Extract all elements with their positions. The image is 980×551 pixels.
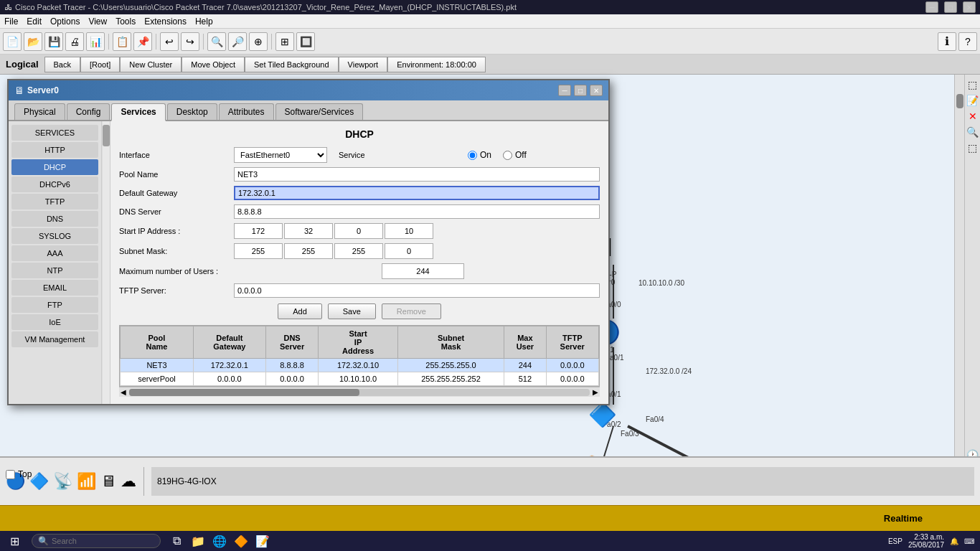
toolbar-custom2[interactable]: 🔲 xyxy=(296,32,315,51)
service-item-dhcp[interactable]: DHCP xyxy=(11,159,98,175)
toolbar-zoomin[interactable]: ⊕ xyxy=(249,32,268,51)
service-item-ftp[interactable]: FTP xyxy=(11,297,98,313)
service-item-dns[interactable]: DNS xyxy=(11,211,98,227)
taskbar-start-button[interactable]: ⊞ xyxy=(0,531,29,551)
tab-attributes[interactable]: Attributes xyxy=(219,103,274,120)
menu-edit[interactable]: Edit xyxy=(27,17,42,27)
toolbar-paste[interactable]: 📌 xyxy=(133,32,152,51)
logical-environment-button[interactable]: Environment: 18:00:00 xyxy=(387,57,486,72)
taskbar-app-word[interactable]: 📝 xyxy=(253,531,273,551)
resize-tool[interactable]: ⬚ xyxy=(967,142,979,154)
taskbar-notification[interactable]: 🔔 xyxy=(950,537,958,545)
menu-file[interactable]: File xyxy=(4,17,18,27)
toolbar-print[interactable]: 🖨 xyxy=(65,32,84,51)
start-ip-octet-2[interactable] xyxy=(284,223,333,239)
table-scroll-right[interactable]: ▶ xyxy=(593,388,598,396)
logical-set-tiled-bg-button[interactable]: Set Tiled Background xyxy=(245,57,339,72)
service-item-services[interactable]: SERVICES xyxy=(11,125,98,141)
tab-services[interactable]: Services xyxy=(111,103,165,121)
vertical-scrollbar[interactable] xyxy=(954,75,964,466)
start-ip-octet-4[interactable] xyxy=(385,223,433,239)
toolbar-zoom[interactable]: 🔍 xyxy=(207,32,226,51)
device-wireless[interactable]: 📶 xyxy=(77,472,96,491)
table-scrollbar[interactable]: ◀ ▶ xyxy=(119,387,600,397)
tftp-server-input[interactable] xyxy=(234,283,600,298)
service-item-http[interactable]: HTTP xyxy=(11,142,98,158)
taskbar-app-file[interactable]: 📁 xyxy=(188,531,208,551)
service-item-ioe[interactable]: IoE xyxy=(11,314,98,330)
services-scrollbar[interactable] xyxy=(102,121,110,404)
minimize-button[interactable]: ─ xyxy=(925,1,938,13)
inspect-tool[interactable]: 🔍 xyxy=(967,126,979,138)
table-row[interactable]: NET3 172.32.0.1 8.8.8.8 172.32.0.10 255.… xyxy=(121,359,599,372)
save-button[interactable]: Save xyxy=(328,303,376,319)
default-gateway-input[interactable] xyxy=(234,186,600,200)
dialog-maximize[interactable]: □ xyxy=(574,85,587,96)
service-item-vm-management[interactable]: VM Management xyxy=(11,331,98,347)
service-item-dhcpv6[interactable]: DHCPv6 xyxy=(11,176,98,192)
taskbar-app-task-view[interactable]: ⧉ xyxy=(166,531,187,551)
taskbar-app-cisco[interactable]: 🔶 xyxy=(231,531,251,551)
note-tool[interactable]: 📝 xyxy=(967,95,979,106)
toolbar-help[interactable]: ? xyxy=(958,32,977,51)
toolbar-new[interactable]: 📄 xyxy=(3,32,22,51)
dialog-minimize[interactable]: ─ xyxy=(558,85,571,96)
menu-help[interactable]: Help xyxy=(195,17,213,27)
subnet-octet-1[interactable] xyxy=(234,243,283,259)
service-on-label[interactable]: On xyxy=(468,150,491,160)
service-item-aaa[interactable]: AAA xyxy=(11,245,98,261)
interface-select[interactable]: FastEthernet0 xyxy=(234,147,327,163)
device-cloud[interactable]: ☁ xyxy=(121,472,136,491)
table-scroll-left[interactable]: ◀ xyxy=(121,388,126,396)
taskbar-search-input[interactable] xyxy=(52,537,138,545)
toolbar-zoomout[interactable]: 🔎 xyxy=(228,32,247,51)
menu-extensions[interactable]: Extensions xyxy=(144,17,187,27)
toolbar-info[interactable]: ℹ xyxy=(938,32,956,51)
tab-physical[interactable]: Physical xyxy=(14,103,65,120)
top-checkbox[interactable] xyxy=(6,470,15,479)
logical-back-button[interactable]: Back xyxy=(44,57,80,72)
toolbar-redo[interactable]: ↪ xyxy=(181,32,199,51)
taskbar-keyboard[interactable]: ⌨ xyxy=(964,537,974,545)
device-hub[interactable]: 📡 xyxy=(53,472,72,491)
taskbar-app-edge[interactable]: 🌐 xyxy=(209,531,230,551)
taskbar-search-bar[interactable]: 🔍 xyxy=(32,534,161,548)
dialog-close[interactable]: ✕ xyxy=(590,85,603,96)
start-ip-octet-3[interactable] xyxy=(334,223,383,239)
menu-view[interactable]: View xyxy=(88,17,107,27)
menu-tools[interactable]: Tools xyxy=(116,17,136,27)
dns-server-input[interactable] xyxy=(234,204,600,219)
tab-software-services[interactable]: Software/Services xyxy=(275,103,364,120)
add-button[interactable]: Add xyxy=(278,303,322,319)
service-off-radio[interactable] xyxy=(503,151,512,160)
logical-move-object-button[interactable]: Move Object xyxy=(182,57,245,72)
start-ip-octet-1[interactable] xyxy=(234,223,283,239)
service-off-label[interactable]: Off xyxy=(503,150,527,160)
subnet-octet-4[interactable] xyxy=(385,243,433,259)
toolbar-undo[interactable]: ↩ xyxy=(160,32,179,51)
tab-desktop[interactable]: Desktop xyxy=(167,103,217,120)
subnet-octet-2[interactable] xyxy=(284,243,333,259)
table-scroll-thumb[interactable] xyxy=(129,389,359,396)
maximize-button[interactable]: □ xyxy=(944,1,957,13)
device-switch[interactable]: 🔷 xyxy=(29,472,49,491)
service-item-ntp[interactable]: NTP xyxy=(11,263,98,278)
service-item-syslog[interactable]: SYSLOG xyxy=(11,228,98,244)
logical-new-cluster-button[interactable]: New Cluster xyxy=(120,57,182,72)
subnet-octet-3[interactable] xyxy=(334,243,383,259)
delete-tool[interactable]: ✕ xyxy=(967,110,979,122)
max-users-input[interactable] xyxy=(382,263,464,279)
logical-viewport-button[interactable]: Viewport xyxy=(339,57,388,72)
logical-root-button[interactable]: [Root] xyxy=(80,57,120,72)
service-item-tftp[interactable]: TFTP xyxy=(11,194,98,209)
service-on-radio[interactable] xyxy=(468,151,477,160)
tab-config[interactable]: Config xyxy=(67,103,110,120)
toolbar-save[interactable]: 💾 xyxy=(44,32,63,51)
service-item-email[interactable]: EMAIL xyxy=(11,280,98,296)
menu-options[interactable]: Options xyxy=(50,17,80,27)
select-tool[interactable]: ⬚ xyxy=(967,79,979,90)
toolbar-copy[interactable]: 📋 xyxy=(113,32,131,51)
toolbar-open[interactable]: 📂 xyxy=(24,32,42,51)
vertical-scrollbar-thumb[interactable] xyxy=(956,94,963,108)
close-button[interactable]: ✕ xyxy=(963,1,976,13)
